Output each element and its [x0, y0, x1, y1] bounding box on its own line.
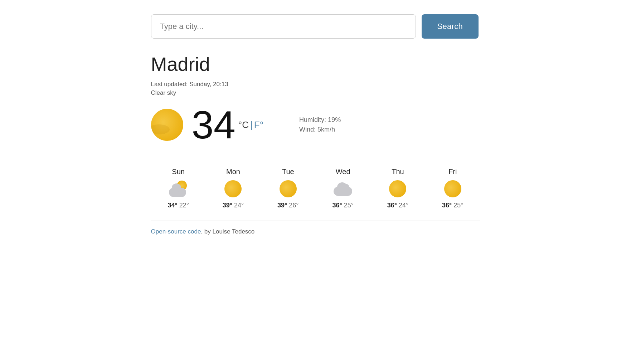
- humidity-wind-panel: Humidity: 19% Wind: 5km/h: [299, 116, 341, 133]
- footer: Open-source code, by Louise Tedesco: [151, 228, 480, 250]
- forecast-row: Sun34° 22°Mon39° 24°Tue39° 26°Wed36° 25°…: [151, 168, 480, 209]
- forecast-day-tue: Tue39° 26°: [261, 168, 315, 209]
- forecast-temps: 36° 25°: [332, 202, 353, 209]
- forecast-day-mon: Mon39° 24°: [206, 168, 261, 209]
- forecast-temps: 36° 24°: [387, 202, 408, 209]
- forecast-day-name: Thu: [392, 168, 404, 176]
- forecast-day-name: Fri: [448, 168, 457, 176]
- forecast-day-name: Tue: [282, 168, 294, 176]
- forecast-icon-cloud: [334, 179, 352, 198]
- forecast-day-name: Sun: [172, 168, 185, 176]
- search-row: Search: [151, 14, 480, 39]
- forecast-day-wed: Wed36° 25°: [315, 168, 370, 209]
- forecast-day-sun: Sun34° 22°: [151, 168, 206, 209]
- forecast-temps: 39° 26°: [277, 202, 298, 209]
- search-button[interactable]: Search: [422, 14, 479, 39]
- unit-toggle: °C | F°: [238, 119, 263, 131]
- search-input[interactable]: [151, 14, 416, 39]
- forecast-day-thu: Thu36° 24°: [370, 168, 425, 209]
- footer-divider: [151, 221, 480, 221]
- forecast-day-name: Wed: [336, 168, 350, 176]
- forecast-temps: 34° 22°: [168, 202, 189, 209]
- unit-celsius[interactable]: °C: [238, 119, 249, 131]
- forecast-icon-sun: [443, 179, 462, 198]
- forecast-day-name: Mon: [226, 168, 240, 176]
- footer-credit: , by Louise Tedesco: [201, 228, 254, 235]
- forecast-icon-sun: [224, 179, 242, 198]
- forecast-temps: 39° 24°: [223, 202, 244, 209]
- condition: Clear sky: [151, 89, 480, 97]
- weather-icon-sun: [151, 109, 183, 141]
- forecast-temps: 36° 25°: [442, 202, 463, 209]
- forecast-icon-sun: [279, 179, 297, 198]
- unit-fahrenheit[interactable]: F°: [254, 119, 263, 131]
- forecast-icon-sun: [388, 179, 407, 198]
- forecast-day-fri: Fri36° 25°: [425, 168, 480, 209]
- temperature-value: 34: [192, 105, 236, 144]
- open-source-link[interactable]: Open-source code: [151, 228, 201, 235]
- wind-label: Wind: 5km/h: [299, 126, 341, 133]
- forecast-icon-cloud-sun: [169, 179, 188, 198]
- humidity-label: Humidity: 19%: [299, 116, 341, 124]
- current-weather: 34 °C | F° Humidity: 19% Wind: 5km/h: [151, 105, 480, 144]
- unit-separator: |: [250, 119, 253, 131]
- last-updated: Last updated: Sunday, 20:13: [151, 81, 480, 88]
- city-name: Madrid: [151, 53, 480, 75]
- main-container: Search Madrid Last updated: Sunday, 20:1…: [137, 0, 495, 250]
- top-divider: [151, 156, 480, 156]
